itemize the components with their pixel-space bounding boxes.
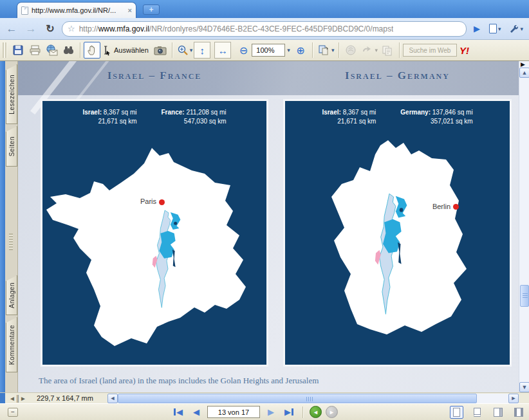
stamp-icon xyxy=(345,44,357,56)
sidebar-tab-label: Anlagen xyxy=(8,282,15,308)
scroll-left-button[interactable]: ◄ xyxy=(107,394,118,403)
snapshot-button[interactable] xyxy=(152,42,169,59)
horizontal-scroll-track[interactable] xyxy=(118,394,508,403)
right-map-title: Israel – Germany xyxy=(283,69,512,82)
search-button[interactable] xyxy=(60,42,77,59)
statusbar-splitter-icon[interactable]: ◄║► xyxy=(5,395,30,402)
zoom-tool-button[interactable]: ▾ xyxy=(176,42,194,59)
sidebar-tab-anlagen[interactable]: Anlagen xyxy=(6,275,17,315)
france-panel-stats: Israel: 8,367 sq mi 21,671 sq km France:… xyxy=(42,108,266,126)
chevron-down-icon: ▾ xyxy=(498,26,501,32)
url-path: /NR/rdonlyres/94D7646E-B2EC-43CE-9FEC-64… xyxy=(149,24,393,33)
undo-arrow-icon xyxy=(360,45,373,55)
sidebar-tab-kommentare[interactable]: Kommentare xyxy=(6,317,17,372)
tab-title: http://www.mfa.gov.il/NR/... xyxy=(32,6,125,14)
undo-button-disabled: ▾ xyxy=(359,42,379,59)
page-menu-button[interactable]: ▾ xyxy=(487,24,503,33)
sidebar-tab-lesezeichen[interactable]: Lesezeichen xyxy=(6,64,17,124)
new-tab-button[interactable]: + xyxy=(143,5,160,15)
last-page-icon xyxy=(292,408,293,415)
url-text[interactable]: http://www.mfa.gov.il/NR/rdonlyres/94D76… xyxy=(79,24,394,33)
toolbar-grip xyxy=(3,42,7,58)
last-page-button[interactable]: ▶ xyxy=(282,406,296,418)
zoom-level-input[interactable]: 100% xyxy=(252,44,285,57)
germany-panel-stats: Israel: 8,367 sq mi 21,671 sq km Germany… xyxy=(285,108,510,126)
israel-sqkm: 21,671 sq km xyxy=(83,117,137,126)
next-page-button[interactable]: ▶ xyxy=(264,406,278,418)
page-display-button[interactable]: ▾ xyxy=(316,42,336,59)
toolbar-separator xyxy=(339,42,339,58)
previous-view-button[interactable]: ◄ xyxy=(310,406,322,418)
back-button[interactable]: ← xyxy=(4,23,19,35)
france-outline xyxy=(46,148,246,346)
fit-width-button[interactable]: ↔ xyxy=(214,42,231,59)
israel-sqmi: 8,367 sq mi xyxy=(343,109,376,116)
france-map-panel: Israel: 8,367 sq mi 21,671 sq km France:… xyxy=(41,99,268,367)
sidebar-tab-seiten[interactable]: Seiten xyxy=(6,126,17,167)
web-search-input[interactable]: Suche im Web xyxy=(403,44,457,57)
continuous-facing-view-button[interactable] xyxy=(512,406,525,419)
yahoo-logo[interactable]: Y! xyxy=(457,45,472,56)
horizontal-scroll-thumb[interactable] xyxy=(118,394,477,403)
text-select-icon xyxy=(102,45,111,56)
scroll-up-button[interactable]: ▲ xyxy=(519,68,529,78)
url-scheme: http:// xyxy=(79,24,98,33)
hand-tool-button[interactable] xyxy=(84,42,100,59)
single-page-view-button[interactable] xyxy=(450,406,463,419)
paris-dot xyxy=(159,199,165,205)
first-page-icon xyxy=(174,408,176,415)
reload-button[interactable]: ↻ xyxy=(42,23,58,35)
window-frame-edge xyxy=(0,393,5,403)
go-button[interactable]: ▶ xyxy=(470,24,483,33)
statusbar-separator xyxy=(302,406,303,418)
last-page-icon: ▶ xyxy=(284,408,291,416)
select-tool-button[interactable]: Auswählen xyxy=(100,42,152,59)
facing-view-button[interactable] xyxy=(491,406,505,419)
page-indicator-value: 13 von 17 xyxy=(218,408,249,416)
pane-splitter-handle[interactable] xyxy=(9,233,13,250)
france-sqmi: 211,208 sq mi xyxy=(186,109,226,116)
germany-stat: Germany: 137,846 sq mi 357,021 sq km xyxy=(400,108,472,126)
germany-stat-label: Germany: xyxy=(400,109,431,116)
continuous-view-button[interactable] xyxy=(470,406,484,419)
vertical-scrollbar[interactable]: ▶ ▲ ▼ xyxy=(519,61,529,392)
tools-menu-button[interactable]: ▾ xyxy=(506,24,525,34)
copy-button-disabled xyxy=(379,42,396,59)
save-button[interactable] xyxy=(10,42,26,59)
document-copy-icon xyxy=(382,45,393,56)
address-bar[interactable]: ☆ http://www.mfa.gov.il/NR/rdonlyres/94D… xyxy=(62,21,467,37)
israel-sqmi: 8,367 sq mi xyxy=(104,109,137,116)
tab-close-icon[interactable]: × xyxy=(128,6,132,14)
chevron-down-icon: ▾ xyxy=(190,47,193,53)
previous-page-button[interactable]: ◀ xyxy=(189,406,203,418)
page-display-icon xyxy=(317,44,330,56)
fit-height-button[interactable]: ↕ xyxy=(194,42,210,59)
binoculars-search-icon xyxy=(62,44,75,56)
zoom-dropdown-icon[interactable]: ▾ xyxy=(285,47,292,53)
collapse-statusbar-button[interactable]: − xyxy=(8,408,18,417)
email-button[interactable] xyxy=(43,42,60,59)
left-map-title: Israel – France xyxy=(41,69,268,82)
snapshot-camera-icon xyxy=(154,45,167,56)
sidebar-tab-label: Kommentare xyxy=(8,325,15,365)
print-button[interactable] xyxy=(26,42,43,59)
berlin-label: Berlin xyxy=(414,203,450,210)
forward-button[interactable]: → xyxy=(23,23,39,35)
url-domain: www.mfa.gov.il xyxy=(98,24,149,33)
scroll-down-button[interactable]: ▼ xyxy=(519,382,529,392)
pane-options-arrow-icon[interactable]: ▶ xyxy=(521,61,525,68)
bookmark-star-icon[interactable]: ☆ xyxy=(68,24,75,33)
pdf-page: Israel – France Israel – Germany Israel:… xyxy=(18,61,519,392)
first-page-button[interactable]: ◀ xyxy=(171,406,185,418)
browser-tab[interactable]: http://www.mfa.gov.il/NR/... × xyxy=(17,2,136,18)
toolbar-separator xyxy=(172,42,172,58)
tab-strip: http://www.mfa.gov.il/NR/... × + xyxy=(0,0,529,18)
zoom-in-button[interactable]: ⊕ xyxy=(292,42,309,59)
status-bar: − ◀ ◀ 13 von 17 ▶ ▶ ◄ ► xyxy=(0,403,529,420)
vertical-scroll-thumb[interactable] xyxy=(520,285,529,307)
germany-map xyxy=(285,134,514,369)
zoom-out-button[interactable]: ⊖ xyxy=(235,42,252,59)
scroll-right-button[interactable]: ► xyxy=(508,394,519,403)
document-size-label: 229,7 x 164,7 mm xyxy=(30,394,107,402)
page-indicator-input[interactable]: 13 von 17 xyxy=(207,406,260,418)
